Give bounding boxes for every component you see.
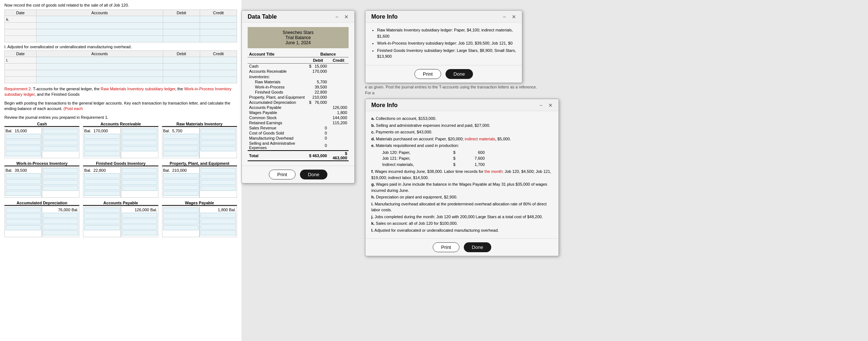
ppe-debit-entry-1[interactable] [163, 173, 199, 178]
accum-dep-debit-entry-4[interactable] [5, 225, 41, 230]
ar-debit-entry-3[interactable] [84, 145, 120, 151]
data-table-minimize-button[interactable]: − [334, 14, 340, 20]
debit-input-k3[interactable] [163, 29, 200, 36]
accounts-input-k2[interactable] [36, 23, 163, 29]
cash-debit-entry-2[interactable] [5, 140, 41, 145]
credit-input-l1[interactable] [200, 57, 237, 64]
ppe-credit-entry-2[interactable] [200, 174, 236, 179]
fg-debit-entry-4[interactable] [84, 191, 120, 196]
ar-credit-entry-1[interactable] [122, 129, 157, 134]
debit-input-l2[interactable] [163, 64, 200, 70]
wip-debit-entry-1[interactable] [5, 173, 41, 178]
ppe-debit-entry-2[interactable] [163, 179, 199, 184]
wp-credit-entry-4[interactable] [200, 230, 236, 235]
rm-credit-entry-4[interactable] [200, 146, 236, 151]
more-info-1-done-button[interactable]: Done [446, 69, 473, 79]
ppe-debit-entry-3[interactable] [163, 185, 199, 190]
rm-debit-entry-3[interactable] [163, 145, 199, 151]
fg-credit-entry-4[interactable] [122, 186, 157, 191]
accum-dep-debit-entry-2[interactable] [5, 213, 41, 219]
fg-credit-entry-3[interactable] [122, 180, 157, 185]
accounts-input-l1[interactable] [36, 57, 163, 64]
ap-debit-entry-3[interactable] [84, 219, 120, 224]
ap-credit-entry-3[interactable] [122, 224, 157, 230]
wp-debit-entry-1[interactable] [163, 208, 199, 213]
wp-debit-entry-3[interactable] [163, 219, 199, 224]
wp-debit-entry-4[interactable] [163, 225, 199, 230]
more-info-2-print-button[interactable]: Print [433, 242, 459, 252]
data-table-done-button[interactable]: Done [300, 170, 327, 179]
more-info-1-minimize-button[interactable]: − [501, 14, 507, 20]
rm-debit-entry-2[interactable] [163, 140, 199, 145]
wp-credit-entry-1[interactable] [200, 213, 236, 218]
fg-debit-entry-2[interactable] [84, 179, 120, 184]
credit-input-l4[interactable] [200, 77, 237, 83]
ar-credit-entry-4[interactable] [122, 146, 157, 151]
ar-debit-entry-4[interactable] [84, 151, 120, 156]
debit-input-k2[interactable] [163, 23, 200, 29]
cash-credit-entry-2[interactable] [43, 134, 78, 140]
accum-dep-credit-entry-2[interactable] [43, 219, 78, 224]
credit-input-l3[interactable] [200, 70, 237, 77]
accounts-input-l2[interactable] [36, 64, 163, 70]
ppe-credit-entry-1[interactable] [200, 168, 236, 173]
fg-credit-entry-1[interactable] [122, 168, 157, 173]
ap-credit-entry-1[interactable] [122, 213, 157, 218]
accounts-input-l3[interactable] [36, 70, 163, 77]
ap-debit-entry-4[interactable] [84, 225, 120, 230]
rm-credit-entry-1[interactable] [200, 129, 236, 134]
cash-debit-entry-1[interactable] [5, 134, 41, 139]
rm-credit-entry-3[interactable] [200, 140, 236, 145]
accounts-input-l4[interactable] [36, 77, 163, 83]
accounts-input-k4[interactable] [36, 36, 163, 42]
accum-dep-credit-entry-3[interactable] [43, 224, 78, 230]
debit-input-l3[interactable] [163, 70, 200, 77]
more-info-2-minimize-button[interactable]: − [538, 102, 544, 108]
debit-input-k4[interactable] [163, 36, 200, 42]
rm-debit-entry-1[interactable] [163, 134, 199, 139]
accum-dep-debit-entry-3[interactable] [5, 219, 41, 224]
debit-input-k1[interactable] [163, 16, 200, 23]
wip-credit-entry-1[interactable] [43, 168, 78, 173]
wip-debit-entry-2[interactable] [5, 179, 41, 184]
cash-credit-entry-1[interactable] [43, 129, 78, 134]
ar-credit-entry-2[interactable] [122, 134, 157, 140]
ap-debit-entry-2[interactable] [84, 213, 120, 219]
ar-credit-entry-3[interactable] [122, 140, 157, 145]
credit-input-k1[interactable] [200, 16, 237, 23]
accum-dep-credit-entry-1[interactable] [43, 213, 78, 218]
ap-credit-entry-4[interactable] [122, 230, 157, 235]
wp-credit-entry-2[interactable] [200, 219, 236, 224]
rm-credit-entry-2[interactable] [200, 134, 236, 140]
data-table-print-button[interactable]: Print [269, 170, 296, 179]
ppe-credit-entry-4[interactable] [200, 186, 236, 191]
credit-input-k3[interactable] [200, 29, 237, 36]
rm-debit-entry-4[interactable] [163, 151, 199, 156]
ap-credit-entry-2[interactable] [122, 219, 157, 224]
debit-input-l1[interactable] [163, 57, 200, 64]
cash-credit-entry-4[interactable] [43, 146, 78, 151]
req2-raw-link[interactable]: Raw Materials Inventory subsidiary ledge… [101, 87, 175, 91]
cash-debit-entry-3[interactable] [5, 145, 41, 151]
accounts-input-k3[interactable] [36, 29, 163, 36]
more-info-1-print-button[interactable]: Print [414, 69, 441, 79]
wp-debit-entry-2[interactable] [163, 213, 199, 219]
cash-debit-entry-4[interactable] [5, 151, 41, 156]
wip-credit-entry-2[interactable] [43, 174, 78, 179]
req2-post-link[interactable]: (Post each [63, 106, 83, 111]
ar-debit-entry-1[interactable] [84, 134, 120, 139]
wip-debit-entry-4[interactable] [5, 191, 41, 196]
fg-debit-entry-1[interactable] [84, 173, 120, 178]
credit-input-l2[interactable] [200, 64, 237, 70]
more-info-2-close-button[interactable]: ✕ [547, 102, 554, 108]
ppe-debit-entry-4[interactable] [163, 191, 199, 196]
wp-credit-entry-3[interactable] [200, 224, 236, 230]
more-info-2-done-button[interactable]: Done [464, 242, 491, 252]
more-info-1-close-button[interactable]: ✕ [510, 14, 518, 20]
accounts-input-k1[interactable] [36, 16, 163, 23]
debit-input-l4[interactable] [163, 77, 200, 83]
fg-credit-entry-2[interactable] [122, 174, 157, 179]
ar-debit-entry-2[interactable] [84, 140, 120, 145]
fg-debit-entry-3[interactable] [84, 185, 120, 190]
wip-debit-entry-3[interactable] [5, 185, 41, 190]
